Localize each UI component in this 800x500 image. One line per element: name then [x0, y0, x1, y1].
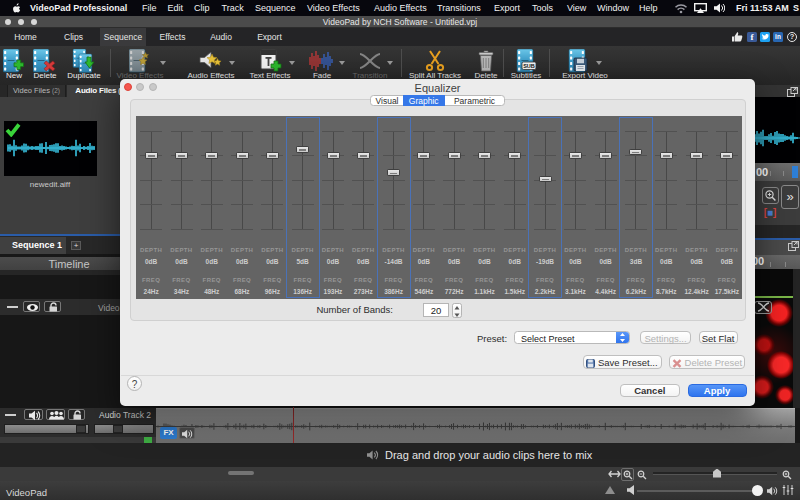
svg-text:SUB: SUB [523, 63, 535, 69]
